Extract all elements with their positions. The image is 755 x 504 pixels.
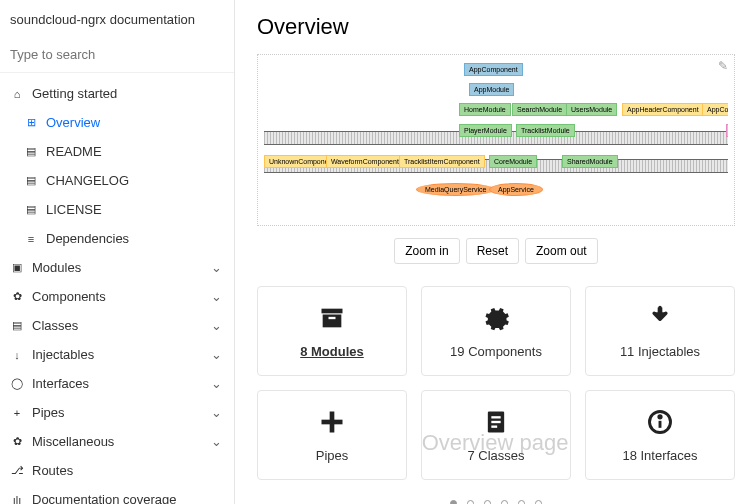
diagram-canvas: AppComponent AppModule HomeModule Search…	[264, 61, 728, 219]
chevron-down-icon: ⌄	[211, 260, 222, 275]
nav-classes[interactable]: ▤Classes⌄	[0, 311, 234, 340]
plus-icon	[318, 408, 346, 436]
gear-icon: ✿	[10, 435, 24, 448]
nav-license[interactable]: ▤LICENSE	[0, 195, 234, 224]
dependency-diagram[interactable]: ✎ AppComponent AppModule HomeModule Sear…	[257, 54, 735, 226]
dot[interactable]	[535, 500, 542, 504]
card-label: 11 Injectables	[620, 344, 700, 359]
grid-icon: ⊞	[24, 116, 38, 129]
dot[interactable]	[518, 500, 525, 504]
page-title: Overview	[257, 14, 735, 40]
svg-rect-0	[322, 308, 343, 313]
list-icon: ≡	[24, 233, 38, 245]
dot[interactable]	[484, 500, 491, 504]
nav-dependencies[interactable]: ≡Dependencies	[0, 224, 234, 253]
chevron-down-icon: ⌄	[211, 376, 222, 391]
chart-icon: ılı	[10, 494, 24, 505]
nav-doc-coverage[interactable]: ılıDocumentation coverage	[0, 485, 234, 504]
node: SearchModule	[512, 103, 567, 116]
node: TracklistModule	[516, 124, 575, 137]
nav-changelog[interactable]: ▤CHANGELOG	[0, 166, 234, 195]
nav-routes[interactable]: ⎇Routes	[0, 456, 234, 485]
download-icon	[646, 304, 674, 332]
svg-point-11	[659, 415, 661, 417]
app-title: soundcloud-ngrx documentation	[0, 0, 234, 37]
nav-components[interactable]: ✿Components⌄	[0, 282, 234, 311]
card-classes[interactable]: 7 Classes	[421, 390, 571, 480]
home-icon: ⌂	[10, 88, 24, 100]
file-icon: ▤	[24, 145, 38, 158]
node: TracklistItemComponent	[399, 155, 485, 168]
dot[interactable]	[450, 500, 457, 504]
stats-row-2: Pipes 7 Classes 18 Interfaces	[257, 390, 735, 480]
nav-list: ⌂Getting started ⊞Overview ▤README ▤CHAN…	[0, 73, 234, 504]
card-pipes[interactable]: Pipes	[257, 390, 407, 480]
main-content: Overview ✎ AppComponent AppModule HomeMo…	[235, 0, 755, 504]
chevron-down-icon: ⌄	[211, 434, 222, 449]
card-components[interactable]: 19 Components	[421, 286, 571, 376]
node: SharedModule	[562, 155, 618, 168]
gear-icon: ✿	[10, 290, 24, 303]
node: HomePage	[726, 124, 728, 137]
reset-button[interactable]: Reset	[466, 238, 519, 264]
chevron-down-icon: ⌄	[211, 318, 222, 333]
zoom-in-button[interactable]: Zoom in	[394, 238, 459, 264]
node: AppModule	[469, 83, 514, 96]
card-modules[interactable]: 8 Modules	[257, 286, 407, 376]
card-label: 18 Interfaces	[622, 448, 697, 463]
zoom-controls: Zoom in Reset Zoom out	[257, 238, 735, 264]
node: CoreModule	[489, 155, 537, 168]
info-icon	[646, 408, 674, 436]
node: AppComponent	[702, 103, 728, 116]
card-label: 19 Components	[450, 344, 542, 359]
node: UsersModule	[566, 103, 617, 116]
node: AppHeaderComponent	[622, 103, 704, 116]
node: AppService	[489, 183, 543, 196]
stats-row-1: 8 Modules 19 Components 11 Injectables	[257, 286, 735, 376]
svg-rect-1	[323, 314, 342, 327]
svg-rect-6	[491, 416, 500, 418]
svg-rect-2	[329, 316, 336, 318]
branch-icon: ⎇	[10, 464, 24, 477]
nav-getting-started[interactable]: ⌂Getting started	[0, 79, 234, 108]
nav-modules[interactable]: ▣Modules⌄	[0, 253, 234, 282]
sidebar: soundcloud-ngrx documentation ⌂Getting s…	[0, 0, 235, 504]
card-injectables[interactable]: 11 Injectables	[585, 286, 735, 376]
card-interfaces[interactable]: 18 Interfaces	[585, 390, 735, 480]
svg-rect-7	[491, 420, 500, 422]
card-label: 8 Modules	[300, 344, 364, 359]
document-icon	[482, 408, 510, 436]
circle-icon: ◯	[10, 377, 24, 390]
node: PlayerModule	[459, 124, 512, 137]
card-label: Pipes	[316, 448, 349, 463]
archive-icon	[318, 304, 346, 332]
file-icon: ▤	[24, 203, 38, 216]
nav-pipes[interactable]: +Pipes⌄	[0, 398, 234, 427]
chevron-down-icon: ⌄	[211, 347, 222, 362]
dot[interactable]	[467, 500, 474, 504]
download-icon: ↓	[10, 349, 24, 361]
file-icon: ▤	[24, 174, 38, 187]
nav-overview[interactable]: ⊞Overview	[0, 108, 234, 137]
node: AppComponent	[464, 63, 523, 76]
dot[interactable]	[501, 500, 508, 504]
layers-icon: ▤	[10, 319, 24, 332]
card-label: 7 Classes	[467, 448, 524, 463]
chevron-down-icon: ⌄	[211, 405, 222, 420]
zoom-out-button[interactable]: Zoom out	[525, 238, 598, 264]
gear-icon	[482, 304, 510, 332]
plus-icon: +	[10, 407, 24, 419]
nav-interfaces[interactable]: ◯Interfaces⌄	[0, 369, 234, 398]
nav-readme[interactable]: ▤README	[0, 137, 234, 166]
svg-rect-4	[322, 419, 343, 424]
search-input[interactable]	[0, 37, 234, 73]
node: MediaQueryService	[416, 183, 495, 196]
carousel-dots	[257, 494, 735, 504]
box-icon: ▣	[10, 261, 24, 274]
node: WaveformComponent	[326, 155, 404, 168]
nav-misc[interactable]: ✿Miscellaneous⌄	[0, 427, 234, 456]
chevron-down-icon: ⌄	[211, 289, 222, 304]
nav-injectables[interactable]: ↓Injectables⌄	[0, 340, 234, 369]
node: HomeModule	[459, 103, 511, 116]
svg-rect-8	[491, 425, 497, 427]
